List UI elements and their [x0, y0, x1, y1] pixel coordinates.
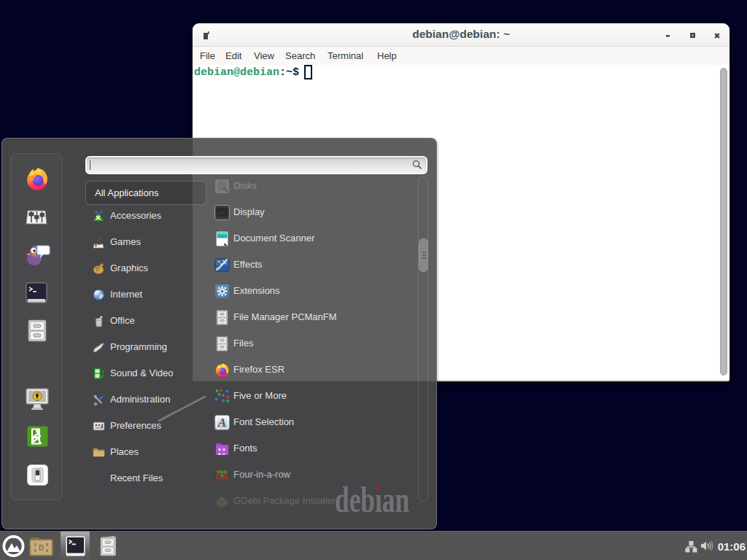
svg-text:a: a — [218, 451, 221, 456]
svg-text:a: a — [222, 451, 225, 456]
svg-text:A: A — [217, 416, 226, 429]
svg-text:D: D — [39, 544, 44, 552]
